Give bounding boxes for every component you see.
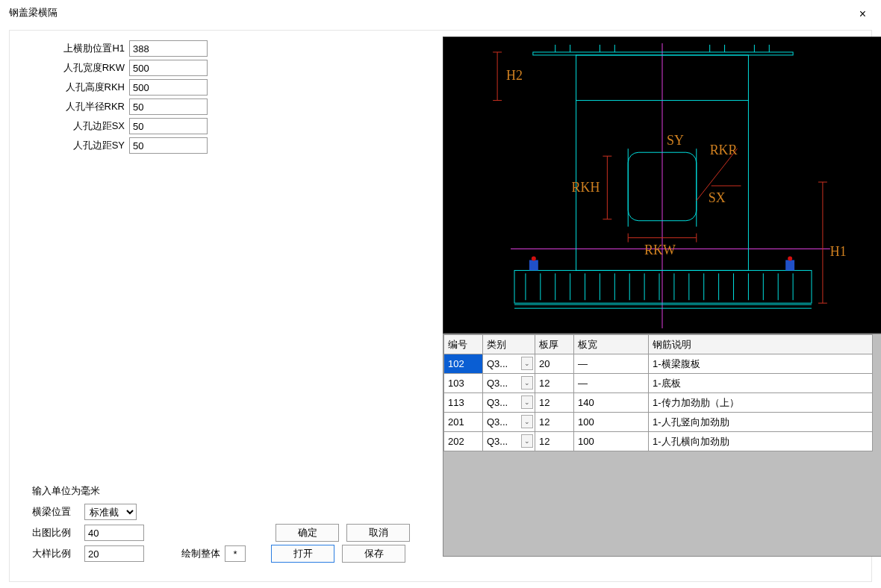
ok-button[interactable]: 确定 [275,524,339,542]
h1-label: 上横肋位置H1 [32,42,129,55]
rkr-input[interactable] [129,98,208,115]
cell-desc[interactable]: 1-底板 [649,374,873,393]
cell-thk[interactable]: 20 [535,354,574,374]
cell-id[interactable]: 103 [444,374,483,393]
detail-scale-label: 大样比例 [32,547,84,560]
dialog-body: 上横肋位置H1 人孔宽度RKW 人孔高度RKH 人孔半径RKR 人孔边距SX 人… [9,30,872,582]
lbl-rkh: RKH [572,180,600,195]
cell-id[interactable]: 201 [444,413,483,432]
th-wid[interactable]: 板宽 [574,335,649,354]
cell-id[interactable]: 202 [444,432,483,451]
rkh-input[interactable] [129,79,208,96]
draw-whole-input[interactable] [225,545,246,562]
sx-input[interactable] [129,118,208,134]
svg-point-40 [532,257,536,261]
cell-thk[interactable]: 12 [535,432,574,451]
lbl-h2: H2 [506,68,523,83]
out-scale-input[interactable] [84,525,144,541]
chevron-down-icon[interactable]: ⌄ [521,376,533,390]
bottom-panel: 输入单位为毫米 横梁位置 标准截 出图比例 确定 取消 大样比例 [32,481,435,565]
cell-wid[interactable]: 140 [574,393,649,413]
cell-thk[interactable]: 12 [535,413,574,432]
parameter-panel: 上横肋位置H1 人孔宽度RKW 人孔高度RKH 人孔半径RKR 人孔边距SX 人… [32,40,234,156]
lbl-sy: SY [667,133,684,148]
cell-id[interactable]: 113 [444,393,483,413]
open-button[interactable]: 打开 [271,545,334,563]
sx-label: 人孔边距SX [32,119,129,133]
th-id[interactable]: 编号 [444,335,483,354]
lbl-h1: H1 [830,244,847,259]
svg-rect-39 [529,260,538,270]
table-row[interactable]: 202Q3...⌄121001-人孔横向加劲肋 [444,432,873,451]
table-row[interactable]: 102Q3...⌄20—1-横梁腹板 [444,354,873,374]
cell-id[interactable]: 102 [444,354,483,374]
beam-pos-label: 横梁位置 [32,505,84,519]
cell-cat[interactable]: Q3...⌄ [483,413,535,432]
th-cat[interactable]: 类别 [483,335,535,354]
table-header-row: 编号 类别 板厚 板宽 钢筋说明 [444,335,873,354]
lbl-rkr: RKR [710,143,738,157]
cancel-button[interactable]: 取消 [346,524,410,542]
cell-wid[interactable]: — [574,374,649,393]
cell-cat[interactable]: Q3...⌄ [483,393,535,413]
cell-desc[interactable]: 1-人孔竖向加劲肋 [649,413,873,432]
table-empty-area[interactable] [443,451,881,556]
rebar-table[interactable]: 编号 类别 板厚 板宽 钢筋说明 102Q3...⌄20—1-横梁腹板103Q3… [443,334,873,451]
cell-desc[interactable]: 1-横梁腹板 [649,354,873,374]
rkh-label: 人孔高度RKH [32,81,129,94]
draw-whole-label: 绘制整体 [181,547,220,560]
lbl-sx: SX [709,190,726,205]
cell-cat[interactable]: Q3...⌄ [483,354,535,374]
chevron-down-icon[interactable]: ⌄ [521,395,533,409]
detail-scale-input[interactable] [84,545,144,562]
h1-input[interactable] [129,40,208,57]
sy-input[interactable] [129,137,208,154]
cell-desc[interactable]: 1-人孔横向加劲肋 [649,432,873,451]
table-row[interactable]: 103Q3...⌄12—1-底板 [444,374,873,393]
chevron-down-icon[interactable]: ⌄ [521,357,533,370]
chevron-down-icon[interactable]: ⌄ [521,415,533,428]
save-button[interactable]: 保存 [342,545,405,563]
th-desc[interactable]: 钢筋说明 [649,335,873,354]
unit-note: 输入单位为毫米 [32,484,100,498]
table-row[interactable]: 113Q3...⌄121401-传力加劲肋（上） [444,393,873,413]
cell-wid[interactable]: — [574,354,649,374]
lbl-rkw: RKW [644,243,676,257]
svg-point-42 [788,257,792,261]
cell-thk[interactable]: 12 [535,374,574,393]
table-row[interactable]: 201Q3...⌄121001-人孔竖向加劲肋 [444,413,873,432]
rkr-label: 人孔半径RKR [32,100,129,113]
rebar-table-wrap: 编号 类别 板厚 板宽 钢筋说明 102Q3...⌄20—1-横梁腹板103Q3… [443,334,881,557]
beam-pos-select[interactable]: 标准截 [84,504,137,520]
sy-label: 人孔边距SY [32,139,129,152]
rkw-label: 人孔宽度RKW [32,61,129,75]
svg-rect-41 [785,260,794,270]
out-scale-label: 出图比例 [32,526,84,539]
cell-desc[interactable]: 1-传力加劲肋（上） [649,393,873,413]
cad-diagram: H2 SY RKR RKH SX RKW H1 [443,37,881,334]
dialog-title: 钢盖梁横隔 [9,6,57,19]
cell-cat[interactable]: Q3...⌄ [483,374,535,393]
cell-thk[interactable]: 12 [535,393,574,413]
th-thk[interactable]: 板厚 [535,335,574,354]
cell-wid[interactable]: 100 [574,432,649,451]
rkw-input[interactable] [129,60,208,76]
chevron-down-icon[interactable]: ⌄ [521,434,533,448]
close-button[interactable]: × [853,6,872,22]
cell-cat[interactable]: Q3...⌄ [483,432,535,451]
cell-wid[interactable]: 100 [574,413,649,432]
